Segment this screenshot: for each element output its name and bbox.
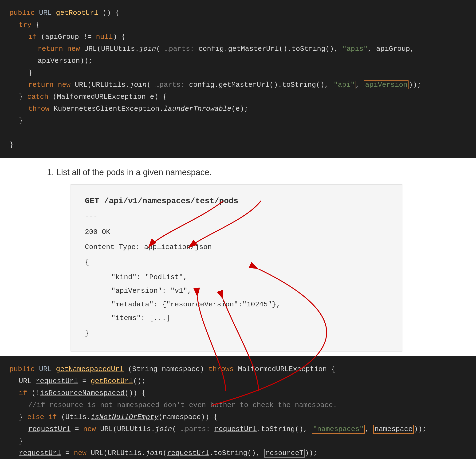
try-line: try { [9,19,467,31]
api-json-line-3: "items": [...] [85,312,388,324]
bottom-requesturl-resource: requestUrl = new URL(URLUtils.join(reque… [9,447,467,459]
top-code-block: public URL getRootUrl () { try { if (api… [0,0,476,158]
close-if: } [9,67,467,79]
api-status: 200 OK [85,226,388,238]
page-wrapper: public URL getRootUrl () { try { if (api… [0,0,476,459]
middle-inner: GET /api/v1/namespaces/test/pods --- 200… [47,184,462,352]
api-separator: --- [85,211,388,223]
if-apigroup: if (apiGroup != null) { [9,31,467,43]
fn-getRootUrl: getRootUrl [56,9,98,17]
bottom-line-2: URL requestUrl = getRootUrl(); [9,375,467,387]
close-try: } [9,115,467,127]
api-json-open: { [85,256,388,268]
api-json-line-0: "kind": "PodList", [85,271,388,284]
kw-public: public [9,9,35,17]
bottom-close-else: } [9,435,467,447]
type-url: URL [39,9,56,17]
bottom-line-3: if (!isResourceNamespaced()) { [9,387,467,399]
bottom-code-block: public URL getNamespacedUrl (String name… [0,356,476,459]
bottom-else-if: } else if (Utils.isNotNullOrEmpty(namesp… [9,411,467,423]
bottom-comment: //if resource is not namespaced don't ev… [9,399,467,411]
middle-section: 1. List all of the pods in a given names… [0,158,476,356]
bottom-requesturl-namespaces: requestUrl = new URL(URLUtils.join( …par… [9,423,467,435]
code-paren: () { [102,9,119,17]
api-box: GET /api/v1/namespaces/test/pods --- 200… [70,184,402,352]
bottom-line-1: public URL getNamespacedUrl (String name… [9,365,335,373]
return-api-line: return new URL(URLUtils.join( …parts: co… [9,79,467,91]
api-json-line-1: "apiVersion": "v1", [85,285,388,297]
return-apis-line: return new URL(URLUtils.join( …parts: co… [9,43,467,67]
api-json-line-2: "metadata": {"resourceVersion":"10245"}, [85,298,388,311]
close-method-top: } [9,141,14,149]
api-endpoint: GET /api/v1/namespaces/test/pods [85,194,388,208]
api-content-type: Content-Type: application/json [85,241,388,253]
list-item-text: 1. List all of the pods in a given names… [47,167,462,177]
throw-line: throw KubernetesClientException.launderT… [9,103,467,115]
catch-line: } catch (MalformedURLException e) { [9,91,467,103]
api-json-close: } [85,327,388,339]
